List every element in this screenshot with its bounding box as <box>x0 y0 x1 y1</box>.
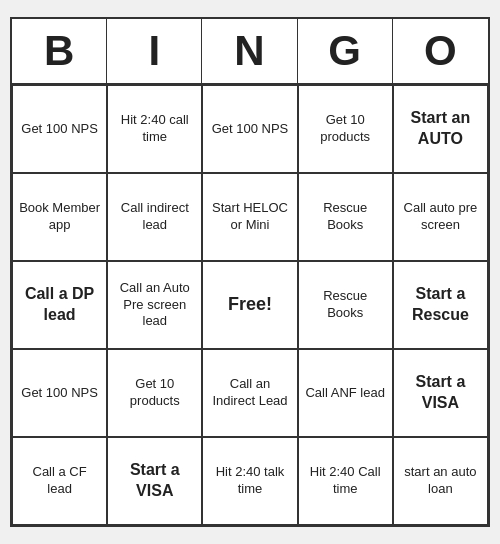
bingo-cell-9: Call auto pre screen <box>393 173 488 261</box>
bingo-letter-o: O <box>393 19 488 83</box>
bingo-cell-6: Call indirect lead <box>107 173 202 261</box>
bingo-letter-g: G <box>298 19 393 83</box>
bingo-cell-7: Start HELOC or Mini <box>202 173 297 261</box>
bingo-letter-b: B <box>12 19 107 83</box>
bingo-cell-21: Start a VISA <box>107 437 202 525</box>
bingo-cell-2: Get 100 NPS <box>202 85 297 173</box>
bingo-cell-8: Rescue Books <box>298 173 393 261</box>
bingo-card: BINGO Get 100 NPSHit 2:40 call timeGet 1… <box>10 17 490 527</box>
bingo-cell-1: Hit 2:40 call time <box>107 85 202 173</box>
bingo-cell-10: Call a DP lead <box>12 261 107 349</box>
bingo-cell-16: Get 10 products <box>107 349 202 437</box>
bingo-cell-3: Get 10 products <box>298 85 393 173</box>
bingo-letter-n: N <box>202 19 297 83</box>
bingo-letter-i: I <box>107 19 202 83</box>
bingo-cell-22: Hit 2:40 talk time <box>202 437 297 525</box>
bingo-cell-18: Call ANF lead <box>298 349 393 437</box>
bingo-header: BINGO <box>12 19 488 85</box>
bingo-grid: Get 100 NPSHit 2:40 call timeGet 100 NPS… <box>12 85 488 525</box>
bingo-cell-5: Book Member app <box>12 173 107 261</box>
bingo-cell-14: Start a Rescue <box>393 261 488 349</box>
bingo-cell-15: Get 100 NPS <box>12 349 107 437</box>
bingo-cell-24: start an auto loan <box>393 437 488 525</box>
bingo-cell-11: Call an Auto Pre screen lead <box>107 261 202 349</box>
bingo-cell-20: Call a CF lead <box>12 437 107 525</box>
bingo-cell-23: Hit 2:40 Call time <box>298 437 393 525</box>
bingo-cell-13: Rescue Books <box>298 261 393 349</box>
bingo-cell-19: Start a VISA <box>393 349 488 437</box>
bingo-cell-0: Get 100 NPS <box>12 85 107 173</box>
bingo-cell-17: Call an Indirect Lead <box>202 349 297 437</box>
bingo-cell-4: Start an AUTO <box>393 85 488 173</box>
bingo-cell-12: Free! <box>202 261 297 349</box>
